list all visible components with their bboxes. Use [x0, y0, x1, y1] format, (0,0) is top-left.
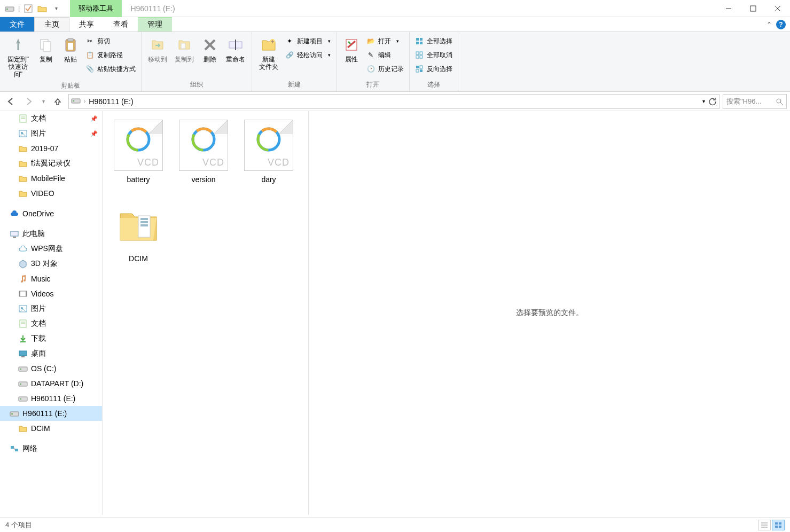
svg-rect-59	[20, 398, 21, 400]
search-input[interactable]: 搜索"H96...	[723, 94, 787, 109]
pic-icon	[18, 304, 28, 314]
file-item-battery[interactable]: VCD battery	[107, 119, 170, 193]
sidebar-item-dcim[interactable]: DCIM	[0, 421, 102, 436]
copyto-icon	[176, 36, 193, 53]
file-item-dary[interactable]: VCD dary	[237, 119, 300, 193]
sidebar-item-图片[interactable]: 图片📌	[0, 126, 102, 141]
maximize-button[interactable]	[741, 0, 765, 17]
newfolder-button[interactable]: 新建 文件夹	[255, 34, 282, 73]
tab-view[interactable]: 查看	[104, 17, 138, 32]
svg-rect-29	[420, 66, 423, 68]
svg-rect-25	[420, 52, 423, 54]
sidebar-item-3D 对象[interactable]: 3D 对象	[0, 256, 102, 271]
svg-rect-44	[19, 291, 20, 296]
minimize-button[interactable]	[716, 0, 741, 17]
svg-rect-61	[11, 413, 13, 414]
svg-rect-23	[420, 42, 423, 44]
sidebar-item-文档[interactable]: 文档📌	[0, 111, 102, 126]
tab-home[interactable]: 主页	[34, 17, 69, 32]
tab-manage[interactable]: 管理	[138, 17, 172, 32]
sidebar-item-图片[interactable]: 图片	[0, 301, 102, 316]
content-area: VCD battery VCD version VCD dary	[103, 111, 790, 515]
sidebar-item-文档[interactable]: 文档	[0, 316, 102, 331]
sidebar-item-DATAPART (D:)[interactable]: DATAPART (D:)	[0, 376, 102, 391]
search-icon	[776, 98, 783, 105]
selectall-button[interactable]: 全部选择	[415, 35, 452, 47]
pin-to-quickaccess-button[interactable]: 固定到" 快速访问"	[3, 34, 33, 80]
sidebar-item-MobileFile[interactable]: MobileFile	[0, 171, 102, 186]
folder-icon[interactable]	[37, 3, 48, 14]
invert-button[interactable]: 反向选择	[415, 63, 452, 75]
svg-rect-24	[416, 52, 419, 54]
paste-icon	[62, 36, 79, 53]
moveto-button[interactable]: 移动到	[145, 34, 170, 65]
forward-button[interactable]	[21, 94, 36, 109]
tab-file[interactable]: 文件	[0, 17, 34, 32]
recent-dropdown[interactable]: ▾	[40, 94, 47, 109]
chevron-icon[interactable]: ›	[84, 98, 85, 104]
vcd-label: VCD	[137, 157, 159, 168]
file-item-DCIM[interactable]: DCIM	[107, 198, 170, 272]
svg-rect-22	[416, 42, 419, 44]
sidebar-item-f法翼记录仪[interactable]: f法翼记录仪	[0, 156, 102, 171]
navigation-pane[interactable]: 文档📌图片📌2019-07f法翼记录仪MobileFileVIDEOOneDri…	[0, 111, 103, 515]
up-button[interactable]	[50, 94, 65, 109]
sidebar-item-Videos[interactable]: Videos	[0, 286, 102, 301]
sidebar-selected-drive[interactable]: H960111 (E:)	[0, 406, 102, 421]
folder-icon	[18, 144, 28, 153]
cut-button[interactable]: ✂剪切	[85, 35, 136, 47]
svg-rect-9	[43, 42, 51, 51]
svg-rect-83	[775, 526, 778, 528]
sidebar-item-2019-07[interactable]: 2019-07	[0, 141, 102, 156]
newitem-button[interactable]: ✦新建项目▾	[285, 35, 331, 47]
refresh-icon[interactable]	[708, 97, 717, 106]
window-controls	[716, 0, 790, 17]
edit-button[interactable]: ✎编辑	[366, 49, 404, 61]
selectnone-button[interactable]: 全部取消	[415, 49, 452, 61]
file-item-version[interactable]: VCD version	[172, 119, 235, 193]
sidebar-item-桌面[interactable]: 桌面	[0, 346, 102, 361]
back-button[interactable]	[3, 94, 18, 109]
collapse-ribbon-icon[interactable]: ⌃	[766, 21, 772, 28]
paste-button[interactable]: 粘贴	[59, 34, 82, 65]
copyto-button[interactable]: 复制到	[171, 34, 197, 65]
details-view-button[interactable]	[758, 520, 771, 530]
file-name: version	[191, 175, 215, 184]
history-button[interactable]: 🕑历史记录	[366, 63, 404, 75]
sidebar-item-下载[interactable]: 下载	[0, 331, 102, 346]
sidebar-onedrive[interactable]: OneDrive	[0, 206, 102, 221]
context-tab-label[interactable]: 驱动器工具	[70, 0, 122, 17]
sidebar-item-WPS网盘[interactable]: WPS网盘	[0, 241, 102, 256]
rename-button[interactable]: 重命名	[223, 34, 248, 65]
help-icon[interactable]: ?	[776, 20, 786, 29]
open-button[interactable]: 📂打开▾	[366, 35, 404, 47]
qat-dropdown-icon[interactable]: ▾	[51, 3, 61, 14]
checkbox-icon[interactable]	[23, 3, 34, 14]
copypath-button[interactable]: 📋复制路径	[85, 49, 136, 61]
tab-share[interactable]: 共享	[69, 17, 104, 32]
video-play-icon	[126, 127, 151, 152]
pasteshortcut-button[interactable]: 📎粘贴快捷方式	[85, 63, 136, 75]
copy-label: 复制	[40, 56, 52, 63]
addr-dropdown-icon[interactable]: ▾	[702, 98, 705, 104]
sidebar-item-Music[interactable]: Music	[0, 271, 102, 286]
vcd-file-thumb: VCD	[244, 120, 293, 171]
sidebar-thispc[interactable]: 此电脑	[0, 226, 102, 241]
delete-button[interactable]: 删除	[198, 34, 222, 65]
easyaccess-button[interactable]: 🔗轻松访问▾	[285, 49, 331, 61]
newfolder-label: 新建 文件夹	[259, 56, 278, 71]
copy-button[interactable]: 复制	[34, 34, 58, 65]
open-icon: 📂	[366, 37, 375, 45]
sidebar-item-H960111 (E:)[interactable]: H960111 (E:)	[0, 391, 102, 406]
icons-view-button[interactable]	[772, 520, 785, 530]
breadcrumb[interactable]: H960111 (E:)	[89, 97, 133, 106]
sidebar-item-OS (C:)[interactable]: OS (C:)	[0, 361, 102, 376]
address-bar[interactable]: › H960111 (E:) ▾	[68, 94, 719, 109]
properties-button[interactable]: 属性	[340, 34, 363, 65]
doc-icon	[18, 114, 28, 123]
close-button[interactable]	[765, 0, 790, 17]
files-pane[interactable]: VCD battery VCD version VCD dary	[103, 111, 309, 515]
sidebar-item-VIDEO[interactable]: VIDEO	[0, 186, 102, 201]
sidebar-network[interactable]: 网络	[0, 441, 102, 456]
selectnone-icon	[415, 51, 424, 59]
